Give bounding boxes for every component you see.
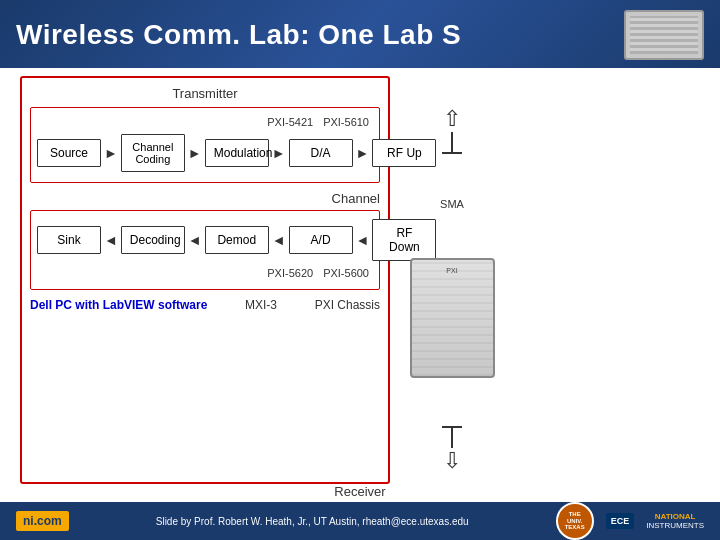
left-diagram-box: Transmitter PXI-5421 PXI-5610 Source ► C… bbox=[20, 76, 390, 484]
pxi-5620-label: PXI-5620 bbox=[267, 267, 313, 279]
ut-austin-logo: THEUNIV.TEXAS bbox=[556, 502, 594, 540]
modulation-block: Modulation bbox=[205, 139, 269, 167]
footer-credit: Slide by Prof. Robert W. Heath, Jr., UT … bbox=[156, 516, 469, 527]
national-instruments-logo: NATIONAL INSTRUMENTS bbox=[646, 512, 704, 530]
arrow1: ► bbox=[101, 145, 121, 161]
source-block: Source bbox=[37, 139, 101, 167]
bottom-row: Dell PC with LabVIEW software MXI-3 PXI … bbox=[30, 298, 380, 312]
pxi-5610-label: PXI-5610 bbox=[323, 116, 369, 128]
pxi-5600-label: PXI-5600 bbox=[323, 267, 369, 279]
receiver-box: Sink ◄ Decoding ◄ Demod ◄ A/D bbox=[30, 210, 380, 290]
slide-title: Wireless Comm. Lab: One Lab S bbox=[16, 19, 461, 51]
dell-pc-label: Dell PC with LabVIEW software bbox=[30, 298, 207, 312]
diagram-area: Transmitter PXI-5421 PXI-5610 Source ► C… bbox=[20, 76, 700, 484]
sma-label: SMA bbox=[440, 198, 464, 210]
sink-block: Sink bbox=[37, 226, 101, 254]
antenna-top-icon: ⇧ bbox=[443, 106, 461, 132]
receiver-flow: Sink ◄ Decoding ◄ Demod ◄ A/D bbox=[37, 219, 373, 261]
channel-coding-block: ChannelCoding bbox=[121, 134, 185, 172]
pxi-labels-bottom: PXI-5620 PXI-5600 bbox=[37, 267, 373, 279]
footer: ni.com Slide by Prof. Robert W. Heath, J… bbox=[0, 502, 720, 540]
channel-label: Channel bbox=[30, 191, 380, 206]
transmitter-label: Transmitter bbox=[30, 86, 380, 101]
right-side: ⇧ SMA PXI ⇩ bbox=[402, 76, 502, 484]
rf-up-block: RF Up bbox=[372, 139, 436, 167]
arrow5: ◄ bbox=[101, 232, 121, 248]
arrow4: ► bbox=[353, 145, 373, 161]
decoding-block: Decoding bbox=[121, 226, 185, 254]
slide: Wireless Comm. Lab: One Lab S Transmitte… bbox=[0, 0, 720, 540]
pxi-5421-label: PXI-5421 bbox=[267, 116, 313, 128]
demod-block: Demod bbox=[205, 226, 269, 254]
ni-device-chassis: PXI bbox=[410, 258, 495, 378]
mxi3-label: MXI-3 bbox=[245, 298, 277, 312]
main-content: Transmitter PXI-5421 PXI-5610 Source ► C… bbox=[0, 68, 720, 502]
arrow6: ◄ bbox=[185, 232, 205, 248]
ad-block: A/D bbox=[289, 226, 353, 254]
header: Wireless Comm. Lab: One Lab S bbox=[0, 0, 720, 68]
da-block: D/A bbox=[289, 139, 353, 167]
device-image-top bbox=[624, 10, 704, 60]
arrow8: ◄ bbox=[353, 232, 373, 248]
rf-down-block: RF Down bbox=[372, 219, 436, 261]
arrow3: ► bbox=[269, 145, 289, 161]
ece-logo: ECE bbox=[606, 513, 635, 529]
arrow7: ◄ bbox=[269, 232, 289, 248]
ni-com-logo: ni.com bbox=[16, 511, 69, 531]
arrow2: ► bbox=[185, 145, 205, 161]
transmitter-box: PXI-5421 PXI-5610 Source ► ChannelCoding… bbox=[30, 107, 380, 183]
pxi-labels-top: PXI-5421 PXI-5610 bbox=[37, 116, 373, 128]
antenna-bottom-icon: ⇩ bbox=[443, 448, 461, 474]
transmitter-flow: Source ► ChannelCoding ► Modulation ► D/… bbox=[37, 134, 373, 172]
receiver-label: Receiver bbox=[20, 484, 700, 499]
pxi-chassis-label: PXI Chassis bbox=[315, 298, 380, 312]
